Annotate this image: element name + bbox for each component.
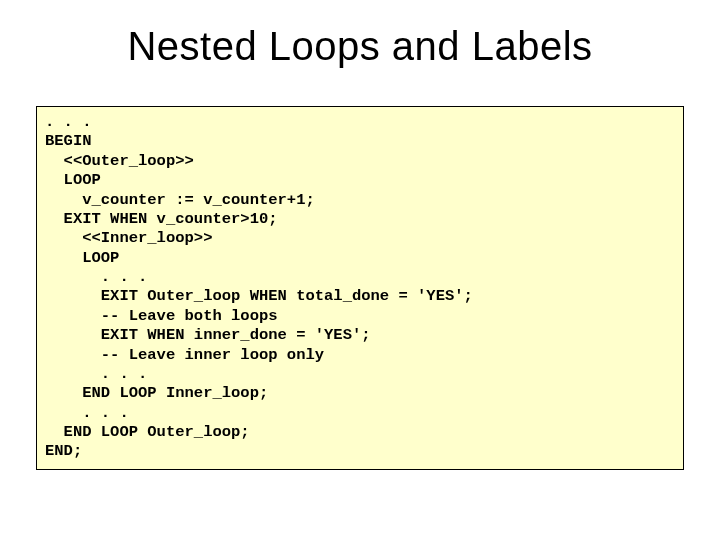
slide: Nested Loops and Labels . . . BEGIN <<Ou… [0, 0, 720, 540]
slide-title: Nested Loops and Labels [0, 24, 720, 69]
code-box: . . . BEGIN <<Outer_loop>> LOOP v_counte… [36, 106, 684, 470]
code-content: . . . BEGIN <<Outer_loop>> LOOP v_counte… [45, 113, 675, 462]
